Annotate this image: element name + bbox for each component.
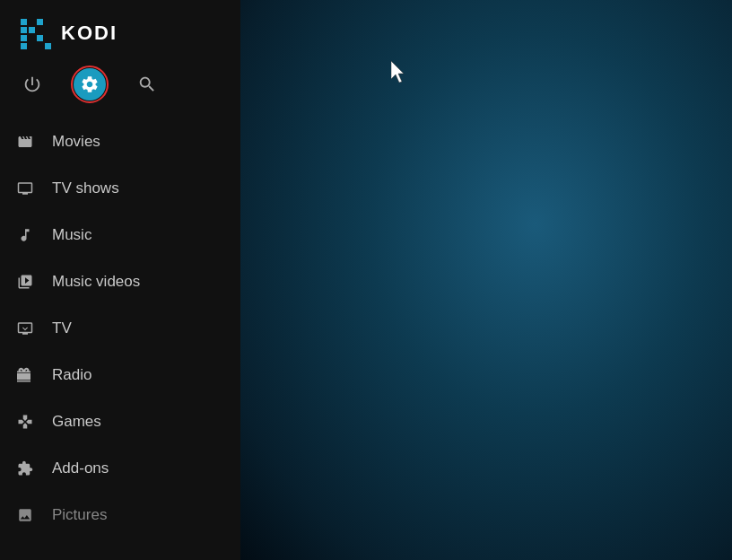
svg-rect-7: [37, 35, 43, 41]
pictures-icon: [13, 503, 38, 528]
radio-label: Radio: [52, 366, 92, 384]
svg-marker-9: [391, 61, 404, 83]
games-icon: [13, 409, 38, 434]
nav-list: Movies TV shows Music: [0, 115, 240, 560]
addons-icon: [13, 456, 38, 481]
search-button[interactable]: [131, 68, 163, 101]
tvshows-icon: [13, 176, 38, 201]
main-content: [240, 0, 732, 560]
nav-item-games[interactable]: Games: [0, 398, 240, 445]
logo-area: KODI: [0, 0, 240, 63]
nav-item-musicvideos[interactable]: Music videos: [0, 258, 240, 305]
nav-item-tv[interactable]: TV: [0, 305, 240, 352]
svg-rect-8: [45, 43, 51, 49]
kodi-logo-icon: [18, 16, 52, 50]
nav-item-music[interactable]: Music: [0, 212, 240, 258]
music-label: Music: [52, 226, 92, 244]
svg-rect-6: [37, 19, 43, 25]
power-button[interactable]: [16, 68, 48, 101]
svg-rect-3: [21, 35, 27, 41]
pictures-label: Pictures: [52, 506, 107, 524]
svg-rect-2: [21, 27, 27, 33]
svg-rect-1: [21, 19, 27, 25]
music-icon: [13, 223, 38, 248]
musicvideos-icon: [13, 269, 38, 294]
nav-item-radio[interactable]: Radio: [0, 352, 240, 398]
app-title: KODI: [61, 22, 118, 45]
movies-icon: [13, 129, 38, 154]
nav-item-pictures[interactable]: Pictures: [0, 492, 240, 538]
games-label: Games: [52, 413, 101, 431]
movies-label: Movies: [52, 133, 100, 151]
power-icon: [22, 74, 42, 94]
svg-rect-5: [29, 27, 35, 33]
tv-label: TV: [52, 319, 72, 337]
settings-gear-icon: [80, 74, 100, 94]
tv-icon: [13, 316, 38, 341]
mouse-cursor: [391, 61, 409, 83]
settings-button[interactable]: [74, 68, 106, 101]
radio-icon: [13, 363, 38, 388]
nav-item-addons[interactable]: Add-ons: [0, 445, 240, 492]
top-icon-bar: [0, 63, 240, 115]
search-icon: [137, 74, 157, 94]
nav-item-movies[interactable]: Movies: [0, 118, 240, 165]
nav-item-tvshows[interactable]: TV shows: [0, 165, 240, 212]
addons-label: Add-ons: [52, 459, 109, 477]
svg-rect-4: [21, 43, 27, 49]
tvshows-label: TV shows: [52, 179, 119, 197]
sidebar: KODI: [0, 0, 240, 560]
musicvideos-label: Music videos: [52, 273, 140, 291]
